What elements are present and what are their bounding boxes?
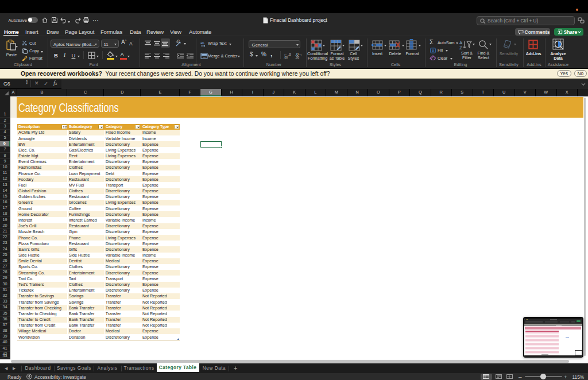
svg-text:Z: Z bbox=[459, 45, 462, 50]
svg-text:ab: ab bbox=[175, 39, 180, 44]
svg-text:A: A bbox=[459, 40, 462, 45]
svg-text:ab: ab bbox=[200, 41, 204, 45]
